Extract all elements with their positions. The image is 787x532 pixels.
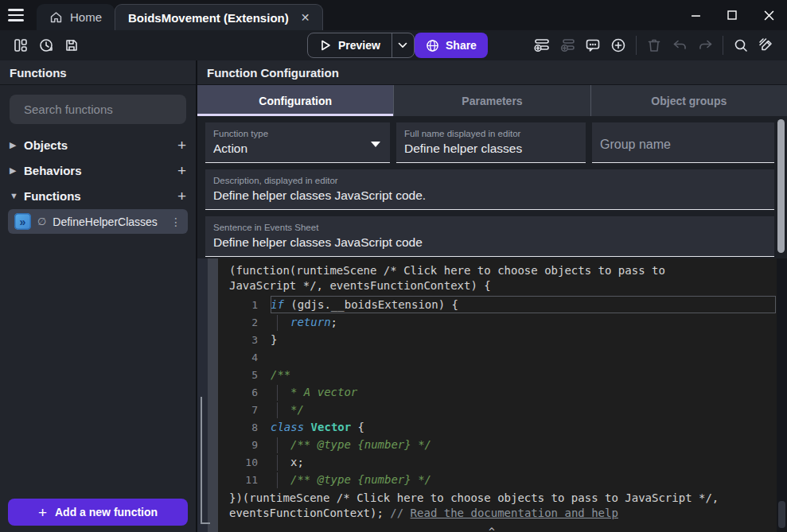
- sidebar-title: Functions: [0, 60, 196, 85]
- code-line[interactable]: 5/**: [229, 366, 776, 383]
- line-number: 7: [229, 404, 258, 416]
- add-object-icon[interactable]: +: [177, 138, 186, 153]
- sidebar-section-functions[interactable]: ▼ Functions +: [0, 183, 196, 208]
- code-header-line[interactable]: (function(runtimeScene /* Click here to …: [229, 263, 738, 293]
- preview-options-button[interactable]: [392, 33, 414, 57]
- code-content[interactable]: if (gdjs.__boidsExtension) {: [271, 296, 776, 313]
- close-icon: [764, 10, 774, 21]
- edit-properties-button[interactable]: [754, 33, 779, 58]
- indent-guide: [277, 455, 290, 471]
- share-button[interactable]: Share: [415, 33, 488, 58]
- code-line[interactable]: 10x;: [229, 453, 776, 471]
- code-line[interactable]: 2return;: [229, 313, 776, 331]
- code-scrollbar-thumb[interactable]: [778, 501, 785, 528]
- add-new-function-button[interactable]: + Add a new function: [8, 499, 188, 526]
- save-button[interactable]: [59, 33, 84, 58]
- footer-comment-slashes: //: [390, 507, 410, 519]
- function-item-definehelperclasses[interactable]: » ∅ DefineHelperClasses ⋮: [8, 209, 188, 234]
- form-scrollbar[interactable]: [777, 119, 785, 253]
- function-type-select[interactable]: Function type Action: [205, 122, 390, 163]
- sidebar-section-behaviors[interactable]: ▶ Behaviors +: [0, 157, 196, 183]
- js-code-editor[interactable]: (function(runtimeScene /* Click here to …: [218, 258, 787, 532]
- chevron-right-icon: ▶: [10, 165, 18, 176]
- tab-close-icon[interactable]: ✕: [301, 11, 310, 24]
- code-line[interactable]: 7*/: [229, 401, 776, 418]
- documentation-link[interactable]: Read the documentation and help: [411, 507, 618, 519]
- add-comment-button[interactable]: [580, 33, 606, 58]
- code-content[interactable]: [271, 348, 776, 366]
- chevron-right-icon: ▶: [10, 140, 18, 150]
- toolbar: Preview Share: [0, 30, 787, 60]
- add-function-icon[interactable]: +: [177, 188, 186, 204]
- tab-extension[interactable]: BoidsMovement (Extension) ✕: [115, 4, 323, 30]
- main-menu-button[interactable]: [0, 0, 32, 30]
- code-line[interactable]: 3}: [229, 331, 776, 348]
- search-functions-box[interactable]: [10, 95, 186, 124]
- tab-configuration[interactable]: Configuration: [197, 85, 394, 116]
- add-behavior-icon[interactable]: +: [177, 163, 186, 178]
- preview-label: Preview: [338, 39, 380, 52]
- redo-button[interactable]: [692, 33, 718, 58]
- code-line[interactable]: 4: [229, 348, 776, 366]
- indent-guide: [277, 437, 290, 453]
- code-scrollbar[interactable]: [777, 258, 787, 532]
- code-line[interactable]: 11/** @type {number} */: [229, 471, 776, 488]
- add-subevent-button[interactable]: [555, 33, 580, 58]
- minimize-button[interactable]: [677, 0, 714, 30]
- code-lines: 1if (gdjs.__boidsExtension) {2return;3}4…: [229, 296, 776, 488]
- configuration-form: Function type Action Full name displayed…: [197, 116, 787, 258]
- edit-properties-icon: [758, 37, 775, 54]
- search-button[interactable]: [728, 33, 754, 58]
- function-gear-icon: »: [14, 213, 31, 230]
- sidebar-section-objects[interactable]: ▶ Objects +: [0, 132, 196, 157]
- add-event-button[interactable]: [529, 33, 555, 58]
- main-panel-title: Function Configuration: [197, 60, 787, 85]
- tab-parameters[interactable]: Parameters: [394, 85, 590, 116]
- delete-button[interactable]: [641, 33, 667, 58]
- choose-event-button[interactable]: [606, 33, 631, 58]
- dropdown-caret-icon: [371, 142, 380, 147]
- history-button[interactable]: [33, 33, 59, 58]
- tab-object-groups[interactable]: Object groups: [591, 85, 787, 116]
- share-label: Share: [446, 39, 477, 52]
- code-line[interactable]: 9/** @type {number} */: [229, 436, 776, 453]
- code-content[interactable]: * A vector: [271, 383, 776, 401]
- window-controls: [677, 0, 787, 30]
- add-comment-icon: [584, 37, 602, 54]
- code-line[interactable]: 1if (gdjs.__boidsExtension) {: [229, 296, 776, 313]
- description-field[interactable]: Description, displayed in editor Define …: [205, 169, 774, 210]
- tab-extension-label: BoidsMovement (Extension): [128, 11, 289, 25]
- undo-button[interactable]: [667, 33, 692, 58]
- maximize-button[interactable]: [714, 0, 750, 30]
- code-content[interactable]: /** @type {number} */: [271, 436, 776, 453]
- code-content[interactable]: x;: [271, 453, 776, 471]
- layout-panels-button[interactable]: [8, 33, 33, 58]
- full-name-field[interactable]: Full name displayed in editor Define hel…: [396, 122, 586, 163]
- events-sheet-drag-handle[interactable]: [208, 258, 218, 532]
- layout-panels-icon: [13, 37, 29, 53]
- group-name-field[interactable]: Group name: [592, 122, 774, 163]
- code-content[interactable]: class Vector {: [271, 418, 776, 436]
- hamburger-icon: [8, 9, 24, 11]
- preview-button[interactable]: Preview: [308, 33, 392, 57]
- main-panel: Function Configuration Configuration Par…: [197, 60, 787, 532]
- code-content[interactable]: */: [271, 401, 776, 418]
- code-line[interactable]: 8class Vector {: [229, 418, 776, 436]
- item-menu-icon[interactable]: ⋮: [170, 216, 181, 228]
- titlebar: Home BoidsMovement (Extension) ✕: [0, 0, 787, 30]
- tab-home[interactable]: Home: [37, 4, 115, 30]
- search-icon: [733, 37, 749, 53]
- line-number: 11: [229, 474, 258, 486]
- indent-guide: [277, 402, 290, 418]
- code-content[interactable]: /**: [271, 366, 776, 383]
- undo-icon: [672, 37, 688, 54]
- code-content[interactable]: }: [271, 331, 776, 348]
- sentence-field[interactable]: Sentence in Events Sheet Define helper c…: [205, 216, 774, 257]
- code-content[interactable]: /** @type {number} */: [271, 471, 776, 488]
- code-line[interactable]: 6* A vector: [229, 383, 776, 401]
- close-button[interactable]: [750, 0, 787, 30]
- code-content[interactable]: return;: [271, 313, 776, 331]
- line-number: 9: [229, 439, 258, 451]
- collapse-caret[interactable]: ^: [229, 526, 754, 532]
- search-functions-input[interactable]: [24, 103, 182, 116]
